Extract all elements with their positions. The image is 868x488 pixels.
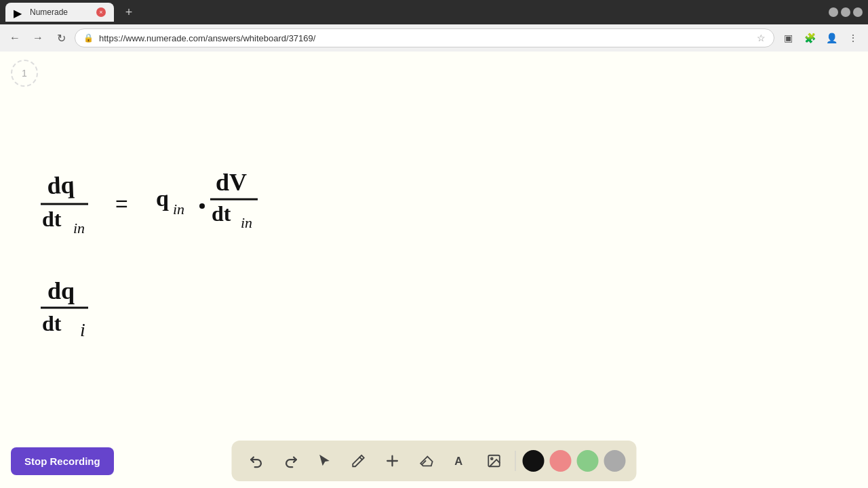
color-gray-button[interactable] (604, 450, 626, 472)
svg-text:=: = (115, 191, 128, 216)
navigation-bar: ← → ↻ 🔒 https://www.numerade.com/answers… (0, 24, 868, 52)
select-tool-button[interactable] (311, 447, 339, 475)
tab-favicon: ▶ (14, 7, 24, 18)
toolbar-area: Stop Recording (0, 434, 868, 488)
math-equations: dq dt in = q in dV dt in dq dt i (27, 119, 434, 390)
color-green-button[interactable] (577, 450, 599, 472)
svg-text:in: in (241, 214, 252, 231)
svg-text:dq: dq (47, 171, 75, 199)
window-minimize-button[interactable] (829, 7, 838, 17)
svg-text:dq: dq (47, 277, 75, 304)
svg-text:i: i (80, 319, 85, 340)
text-tool-button[interactable]: A (446, 447, 475, 475)
undo-button[interactable] (243, 447, 271, 475)
tab-close-button[interactable]: × (96, 7, 106, 17)
screen-capture-button[interactable]: ▣ (778, 28, 797, 47)
profile-button[interactable]: 👤 (822, 28, 841, 47)
whiteboard-canvas[interactable]: 1 dq dt in = q in dV dt in dq dt i (0, 52, 868, 488)
svg-point-7 (199, 203, 205, 209)
toolbar-divider (515, 451, 516, 471)
color-pink-button[interactable] (550, 450, 572, 472)
page-number: 1 (11, 60, 38, 87)
menu-button[interactable]: ⋮ (844, 28, 863, 47)
bookmark-icon[interactable]: ☆ (757, 33, 766, 43)
svg-text:A: A (454, 455, 462, 467)
add-button[interactable] (378, 447, 407, 475)
eraser-button[interactable] (412, 447, 441, 475)
color-black-button[interactable] (523, 450, 545, 472)
forward-button[interactable]: → (28, 28, 47, 47)
svg-text:q: q (156, 186, 169, 211)
svg-text:in: in (173, 201, 184, 218)
new-tab-button[interactable]: + (119, 3, 138, 22)
pen-tool-button[interactable] (344, 447, 373, 475)
svg-text:dt: dt (42, 311, 62, 336)
svg-point-20 (491, 458, 493, 460)
svg-text:in: in (73, 220, 85, 237)
stop-recording-button[interactable]: Stop Recording (11, 447, 114, 475)
back-button[interactable]: ← (5, 28, 24, 47)
svg-text:dV: dV (216, 169, 247, 196)
address-bar[interactable]: 🔒 https://www.numerade.com/answers/white… (75, 28, 774, 47)
extensions-button[interactable]: 🧩 (800, 28, 819, 47)
window-maximize-button[interactable] (841, 7, 850, 17)
security-icon: 🔒 (83, 33, 94, 43)
svg-text:dt: dt (212, 201, 231, 226)
tab-title: Numerade (30, 7, 91, 17)
svg-text:dt: dt (42, 207, 62, 231)
url-text: https://www.numerade.com/answers/whitebo… (99, 33, 751, 43)
refresh-button[interactable]: ↻ (52, 28, 71, 47)
window-close-button[interactable] (853, 7, 863, 17)
drawing-toolbar: A (232, 441, 637, 481)
browser-tab[interactable]: ▶ Numerade × (5, 3, 114, 22)
image-button[interactable] (480, 447, 509, 475)
redo-button[interactable] (277, 447, 305, 475)
